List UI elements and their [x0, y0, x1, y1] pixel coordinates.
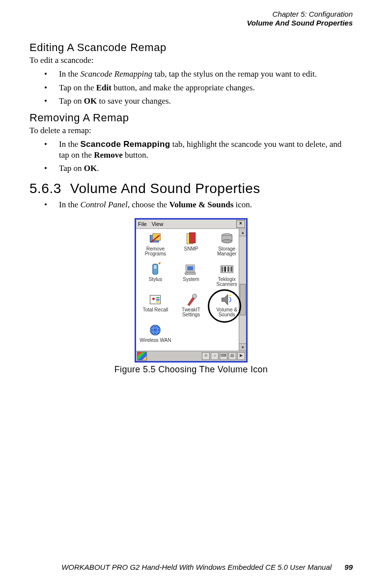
svg-rect-22 — [156, 297, 160, 299]
tray-icon[interactable]: ▶ — [237, 352, 245, 360]
scroll-thumb[interactable] — [240, 284, 246, 315]
taskbar: ⎋ ♪ ⌨ ▤ ▶ — [136, 351, 246, 361]
icon-total-recall[interactable]: Total Recall — [138, 293, 173, 321]
intro-removing: To delete a remap: — [29, 125, 353, 136]
stylus-icon — [148, 262, 162, 276]
tray-icon[interactable]: ♪ — [211, 352, 219, 360]
page-footer: WORKABOUT PRO G2 Hand-Held With Windows … — [61, 563, 353, 571]
list-item: In the Scancode Remapping tab, tap the s… — [29, 69, 353, 80]
snmp-icon — [184, 232, 198, 246]
subhead-editing: Editing A Scancode Remap — [29, 41, 353, 54]
globe-icon — [148, 323, 162, 337]
intro-editing: To edit a scancode: — [29, 55, 353, 66]
svg-point-6 — [222, 240, 232, 243]
svg-rect-8 — [154, 265, 157, 269]
scroll-up-icon[interactable] — [239, 229, 246, 236]
menu-view[interactable]: View — [152, 221, 164, 227]
section-title: Volume And Sound Properties — [70, 181, 260, 196]
footer-text: WORKABOUT PRO G2 Hand-Held With Windows … — [61, 563, 332, 571]
storage-manager-icon — [220, 232, 234, 246]
icon-snmp[interactable]: SNMP — [174, 232, 209, 260]
svg-point-21 — [152, 297, 155, 300]
list-editing: In the Scancode Remapping tab, tap the s… — [29, 69, 353, 107]
figure: File View × Remove Programs SNMP — [29, 218, 353, 375]
menubar: File View × — [136, 220, 246, 229]
total-recall-icon — [148, 293, 162, 307]
list-removing: In the Scancode Remapping tab, highlight… — [29, 139, 353, 174]
tweakit-icon — [184, 293, 198, 307]
header-section: Volume And Sound Properties — [29, 19, 353, 28]
speaker-icon — [220, 293, 234, 307]
section-number: 5.6.3 — [29, 181, 61, 196]
start-button-icon[interactable] — [137, 352, 147, 361]
icon-stylus[interactable]: Stylus — [138, 262, 173, 291]
icon-system[interactable]: System — [174, 262, 209, 291]
system-icon — [184, 262, 198, 276]
tray-icon[interactable]: ▤ — [228, 352, 236, 360]
tray-icon[interactable]: ⎋ — [202, 352, 210, 360]
list-item: Tap on OK to save your changes. — [29, 96, 353, 107]
scrollbar[interactable] — [239, 229, 246, 351]
svg-rect-10 — [187, 266, 193, 271]
icon-grid: Remove Programs SNMP Storage Manager — [136, 229, 246, 351]
close-icon[interactable]: × — [236, 220, 245, 228]
page-number: 99 — [344, 563, 353, 571]
menu-file[interactable]: File — [138, 221, 147, 227]
svg-point-26 — [229, 294, 231, 296]
remove-programs-icon — [148, 232, 162, 246]
list-item: In the Scancode Remapping tab, highlight… — [29, 139, 353, 161]
list-item: Tap on OK. — [29, 163, 353, 174]
section-heading: 5.6.3Volume And Sound Properties — [29, 181, 353, 196]
running-header: Chapter 5: Configuration Volume And Soun… — [29, 10, 353, 28]
svg-point-25 — [193, 294, 197, 298]
svg-rect-3 — [189, 233, 195, 243]
page: Chapter 5: Configuration Volume And Soun… — [0, 0, 392, 586]
barcode-icon — [220, 262, 234, 276]
svg-point-27 — [150, 325, 161, 335]
tray-icon[interactable]: ⌨ — [220, 352, 227, 360]
scroll-down-icon[interactable] — [239, 343, 246, 351]
svg-rect-24 — [156, 301, 160, 303]
list-item: Tap on the Edit button, and make the app… — [29, 83, 353, 93]
icon-remove-programs[interactable]: Remove Programs — [138, 232, 173, 260]
subhead-removing: Removing A Remap — [29, 112, 353, 124]
svg-rect-11 — [185, 273, 196, 275]
device-screenshot: File View × Remove Programs SNMP — [135, 218, 248, 363]
icon-tweakit-settings[interactable]: TweakIT Settings — [174, 293, 209, 321]
header-chapter: Chapter 5: Configuration — [29, 10, 353, 19]
list-item: In the Control Panel, choose the Volume … — [29, 199, 353, 210]
svg-rect-12 — [221, 266, 233, 273]
svg-rect-23 — [156, 299, 160, 301]
icon-wireless-wan[interactable]: Wireless WAN — [138, 323, 173, 352]
figure-caption: Figure 5.5 Choosing The Volume Icon — [29, 364, 353, 375]
list-563: In the Control Panel, choose the Volume … — [29, 199, 353, 210]
empty-cell — [174, 323, 209, 352]
system-tray: ⎋ ♪ ⌨ ▤ ▶ — [202, 352, 245, 360]
